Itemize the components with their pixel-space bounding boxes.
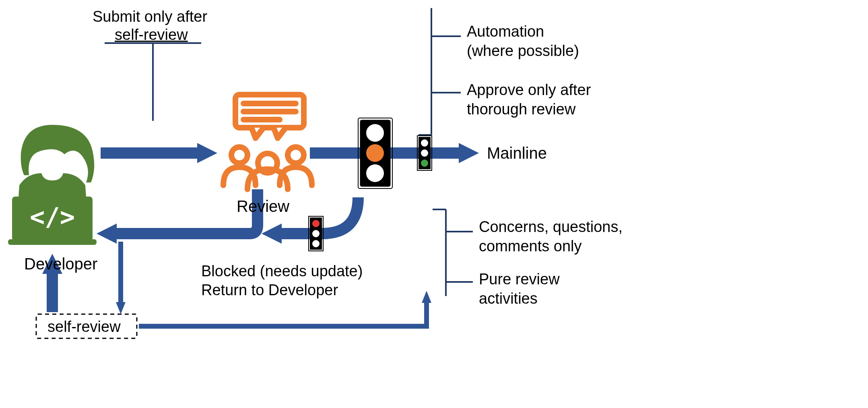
svg-point-40	[312, 240, 320, 247]
svg-marker-44	[116, 302, 126, 314]
arrow-return-to-selfreview	[116, 242, 126, 314]
svg-point-39	[312, 230, 320, 237]
developer-icon: </>	[8, 125, 97, 245]
svg-point-25	[288, 147, 304, 163]
svg-point-34	[421, 149, 428, 157]
svg-point-38	[312, 220, 320, 227]
svg-point-23	[231, 147, 247, 163]
traffic-light-small-green	[417, 136, 432, 170]
traffic-light-large	[358, 118, 392, 188]
svg-point-35	[421, 159, 428, 167]
svg-point-28	[366, 124, 384, 142]
label-blocked: Blocked (needs update)	[201, 262, 363, 281]
label-developer: Developer	[24, 254, 97, 274]
label-concerns: Concerns, questions, comments only	[479, 217, 623, 256]
bracket-right-review	[433, 209, 473, 296]
label-pure-review: Pure review activities	[479, 270, 560, 308]
label-approve-only: Approve only after thorough review	[467, 81, 591, 119]
svg-point-33	[421, 139, 428, 147]
review-group-icon	[223, 95, 312, 189]
svg-marker-3	[459, 143, 479, 163]
label-return-to-dev: Return to Developer	[201, 281, 338, 300]
svg-rect-17	[8, 239, 97, 245]
svg-marker-1	[197, 143, 217, 163]
label-review: Review	[237, 196, 289, 216]
traffic-light-small-red	[309, 216, 323, 251]
svg-point-29	[366, 144, 384, 162]
label-automation: Automation (where possible)	[467, 22, 579, 60]
svg-marker-4	[262, 224, 282, 244]
label-submit-only: Submit only after	[93, 7, 207, 27]
label-self-review-box: self-review	[47, 317, 121, 337]
svg-text:</>: </>	[30, 202, 75, 232]
bracket-submit-self-review	[105, 43, 201, 121]
svg-point-30	[366, 164, 384, 182]
arrow-review-to-mainline	[310, 143, 479, 163]
svg-marker-5	[97, 224, 117, 244]
svg-marker-45	[422, 291, 431, 303]
label-self-review-underlined: self-review	[115, 25, 188, 45]
bracket-automation-approve	[419, 8, 461, 135]
arrow-dev-to-review	[101, 143, 217, 163]
label-mainline: Mainline	[487, 143, 547, 163]
diagram-scene: </>	[0, 0, 868, 408]
